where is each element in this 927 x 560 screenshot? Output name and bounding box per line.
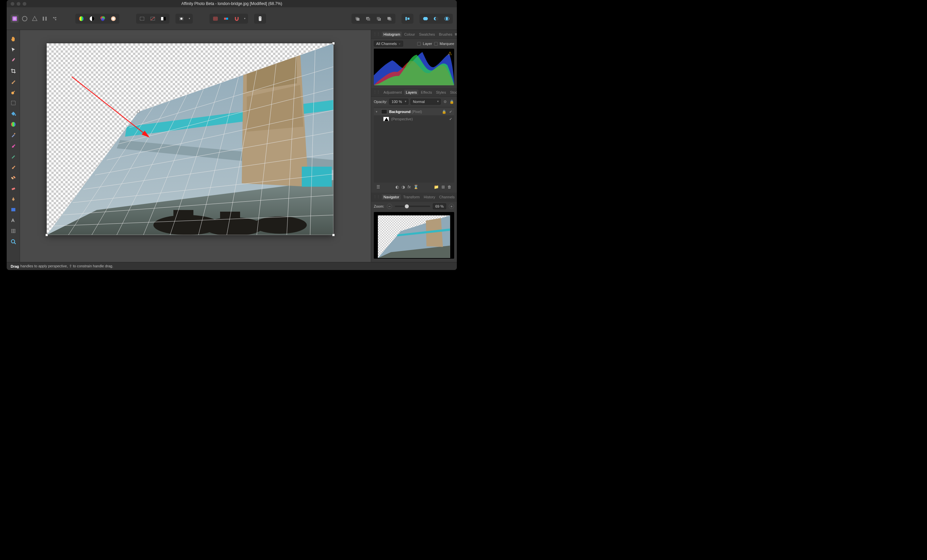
snapping-dropdown[interactable]: ▾ bbox=[243, 17, 247, 20]
crop-tool[interactable] bbox=[10, 67, 17, 75]
zoom-out-button[interactable]: − bbox=[387, 204, 392, 209]
cog-icon[interactable]: ⚙ bbox=[444, 100, 447, 104]
perspective-handle-br[interactable] bbox=[332, 234, 335, 236]
tab-transform[interactable]: Transform bbox=[401, 194, 421, 200]
zoom-value-field[interactable]: 69 % bbox=[433, 203, 446, 209]
clone-tool[interactable] bbox=[10, 142, 17, 149]
titlebar[interactable]: Affinity Photo Beta - london-bridge.jpg … bbox=[7, 0, 457, 7]
tab-histogram[interactable]: Histogram bbox=[382, 32, 402, 37]
snapping-magnet-icon[interactable] bbox=[232, 15, 242, 22]
tab-stock[interactable]: Stock bbox=[448, 90, 457, 95]
lab-icon[interactable] bbox=[109, 15, 118, 22]
histogram-layer-checkbox[interactable] bbox=[417, 42, 421, 46]
subtract-icon[interactable] bbox=[432, 15, 441, 22]
add-layer-icon[interactable]: ⊞ bbox=[442, 185, 445, 189]
marquee-tool[interactable] bbox=[10, 99, 17, 107]
tab-channels[interactable]: Channels bbox=[438, 194, 456, 200]
zoom-slider-thumb[interactable] bbox=[405, 204, 409, 208]
histogram-graph[interactable]: ⚠ bbox=[374, 49, 454, 85]
close-window-icon[interactable] bbox=[11, 2, 14, 6]
add-icon[interactable] bbox=[421, 15, 430, 22]
perspective-handle-tr[interactable] bbox=[332, 42, 335, 45]
layer-lock-icon[interactable]: 🔒 bbox=[442, 110, 447, 114]
invert-pixel-icon[interactable] bbox=[159, 15, 168, 22]
canvas[interactable] bbox=[20, 30, 371, 262]
panel-grip-icon[interactable]: ⋮⋮ bbox=[373, 32, 380, 36]
opacity-field[interactable]: 100 % bbox=[389, 99, 409, 105]
flood-fill-tool[interactable] bbox=[10, 110, 17, 117]
healing-tool[interactable] bbox=[10, 174, 17, 181]
panel-grip-icon[interactable]: ⋮⋮ bbox=[373, 195, 380, 199]
develop-persona-button[interactable] bbox=[31, 15, 39, 23]
force-pixel-icon[interactable] bbox=[222, 15, 231, 22]
greyscale-icon[interactable] bbox=[87, 15, 97, 22]
painting-brush-tool[interactable] bbox=[10, 78, 17, 85]
adjustment-icon[interactable]: ◑ bbox=[401, 185, 405, 189]
live-filter-icon[interactable]: ⌛ bbox=[413, 185, 418, 189]
erase-tool[interactable] bbox=[10, 185, 17, 192]
photo-persona-button[interactable] bbox=[11, 15, 19, 23]
panel-grip-icon[interactable]: ⋮⋮ bbox=[373, 90, 380, 94]
document[interactable] bbox=[47, 43, 333, 235]
tab-navigator[interactable]: Navigator bbox=[382, 194, 401, 200]
mask-icon[interactable]: ◐ bbox=[395, 185, 399, 189]
deselect-icon[interactable] bbox=[148, 15, 157, 22]
pen-tool[interactable] bbox=[10, 195, 17, 203]
delete-layer-icon[interactable]: 🗑 bbox=[447, 185, 451, 189]
marquee-select-icon[interactable] bbox=[137, 15, 147, 22]
tab-colour[interactable]: Colour bbox=[403, 32, 416, 37]
tab-effects[interactable]: Effects bbox=[419, 90, 433, 95]
perspective-handle-bl[interactable] bbox=[46, 234, 48, 236]
folder-icon[interactable]: 📁 bbox=[434, 185, 439, 189]
rectangle-tool[interactable] bbox=[10, 206, 17, 213]
tab-styles[interactable]: Styles bbox=[435, 90, 448, 95]
paint-brush-tool[interactable] bbox=[10, 131, 17, 139]
gradient-tool[interactable] bbox=[10, 121, 17, 128]
move-tool[interactable] bbox=[10, 46, 17, 53]
grid-icon[interactable] bbox=[211, 15, 220, 22]
hand-tool[interactable] bbox=[10, 35, 17, 42]
forward-one-icon[interactable] bbox=[374, 15, 383, 22]
layer-row-background[interactable]: ▾ Background (Pixel) 🔒 ✔ bbox=[374, 108, 454, 115]
fx-icon[interactable]: fx bbox=[407, 185, 410, 189]
text-tool[interactable]: A bbox=[10, 217, 17, 224]
rgb-icon[interactable] bbox=[98, 15, 107, 22]
minimize-window-icon[interactable] bbox=[17, 2, 20, 6]
layer-visible-checkbox[interactable]: ✔ bbox=[449, 110, 452, 114]
assistant-icon[interactable] bbox=[255, 15, 265, 22]
move-front-icon[interactable] bbox=[385, 15, 394, 22]
zoom-tool[interactable] bbox=[10, 238, 17, 245]
histogram-marquee-checkbox[interactable] bbox=[434, 42, 438, 46]
layer-stack-icon[interactable]: ☰ bbox=[377, 185, 380, 189]
layer-visible-checkbox[interactable]: ✔ bbox=[449, 117, 452, 121]
move-back-icon[interactable] bbox=[353, 15, 362, 22]
histogram-channel-select[interactable]: All Channels bbox=[374, 41, 403, 47]
intersect-icon[interactable] bbox=[442, 15, 451, 22]
quickmask-dropdown[interactable]: ▾ bbox=[187, 17, 191, 20]
tab-brushes[interactable]: Brushes bbox=[437, 32, 454, 37]
zoom-slider[interactable] bbox=[395, 206, 430, 207]
mixer-brush-tool[interactable] bbox=[10, 153, 17, 160]
panel-menu-icon[interactable]: ≡▾ bbox=[455, 32, 457, 36]
zoom-in-button[interactable]: + bbox=[449, 204, 454, 209]
quickmask-icon[interactable] bbox=[177, 15, 186, 22]
liquify-persona-button[interactable] bbox=[21, 15, 29, 23]
lock-icon[interactable]: 🔒 bbox=[450, 100, 454, 104]
smudge-tool[interactable] bbox=[10, 163, 17, 171]
align-icon[interactable] bbox=[403, 15, 412, 22]
tab-layers[interactable]: Layers bbox=[404, 90, 418, 95]
tab-adjustment[interactable]: Adjustment bbox=[382, 90, 403, 95]
back-one-icon[interactable] bbox=[363, 15, 373, 22]
swatches-icon[interactable] bbox=[77, 15, 86, 22]
blend-mode-select[interactable]: Normal bbox=[410, 99, 441, 105]
disclosure-icon[interactable]: ▾ bbox=[376, 110, 379, 113]
export-persona-button[interactable] bbox=[51, 15, 59, 23]
mesh-warp-tool[interactable] bbox=[10, 227, 17, 235]
zoom-window-icon[interactable] bbox=[23, 2, 26, 6]
tab-history[interactable]: History bbox=[422, 194, 437, 200]
navigator-preview[interactable] bbox=[374, 212, 454, 259]
tab-swatches[interactable]: Swatches bbox=[418, 32, 437, 37]
dodge-tool[interactable] bbox=[10, 89, 17, 96]
layer-row-perspective[interactable]: (Perspective) ✔ bbox=[374, 115, 454, 123]
tone-mapping-persona-button[interactable] bbox=[41, 15, 49, 23]
